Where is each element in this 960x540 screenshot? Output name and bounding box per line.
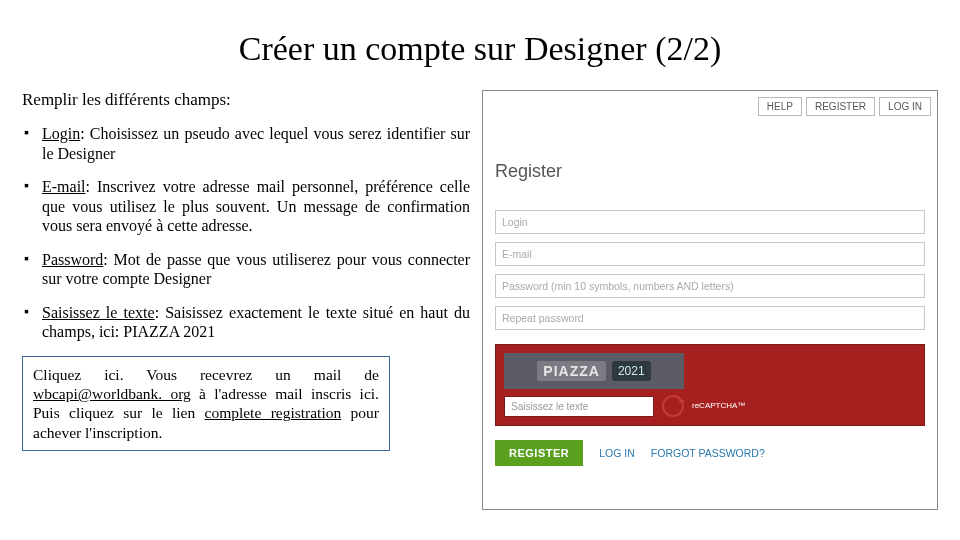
forgot-password-link[interactable]: FORGOT PASSWORD? [651,447,765,459]
bullet-captcha: Saisissez le texte: Saisissez exactement… [24,303,470,342]
password-input[interactable]: Password (min 10 symbols, numbers AND le… [495,274,925,298]
bullet-email-label: E-mail [42,178,86,195]
topbar-help[interactable]: HELP [758,97,802,116]
note-complete-link[interactable]: complete registration [205,404,342,421]
refresh-icon[interactable] [662,395,684,417]
captcha-input[interactable]: Saisissez le texte [504,396,654,417]
login-link[interactable]: LOG IN [599,447,635,459]
topbar: HELP REGISTER LOG IN [758,97,931,116]
topbar-login[interactable]: LOG IN [879,97,931,116]
bullet-login-text: : Choisissez un pseudo avec lequel vous … [42,125,470,162]
bullet-email: E-mail: Inscrivez votre adresse mail per… [24,177,470,236]
page-title: Créer un compte sur Designer (2/2) [22,30,938,68]
bullet-password: Password: Mot de passe que vous utiliser… [24,250,470,289]
note-email-link[interactable]: wbcapi@worldbank. org [33,385,191,402]
note-box: Cliquez ici. Vous recevrez un mail de wb… [22,356,390,452]
intro-text: Remplir les différents champs: [22,90,470,110]
captcha-word: PIAZZA [537,361,606,381]
email-input[interactable]: E-mail [495,242,925,266]
bullet-login-label: Login [42,125,80,142]
captcha-image: PIAZZA 2021 [504,353,684,389]
captcha-year: 2021 [612,361,651,381]
register-heading: Register [495,161,925,182]
bullet-login: Login: Choisissez un pseudo avec lequel … [24,124,470,163]
recaptcha-label: reCAPTCHA™ [692,402,745,410]
bullet-captcha-label: Saisissez le texte [42,304,155,321]
instructions-column: Remplir les différents champs: Login: Ch… [22,90,470,510]
topbar-register[interactable]: REGISTER [806,97,875,116]
bullet-password-label: Password [42,251,103,268]
bullet-password-text: : Mot de passe que vous utiliserez pour … [42,251,470,288]
login-input[interactable]: Login [495,210,925,234]
note-pre: Cliquez ici. Vous recevrez un mail de [33,366,379,383]
register-button[interactable]: REGISTER [495,440,583,466]
bullet-email-text: : Inscrivez votre adresse mail personnel… [42,178,470,234]
captcha-box: PIAZZA 2021 Saisissez le texte reCAPTCHA… [495,344,925,426]
repeat-password-input[interactable]: Repeat password [495,306,925,330]
browser-mock: HELP REGISTER LOG IN Register Login E-ma… [482,90,938,510]
